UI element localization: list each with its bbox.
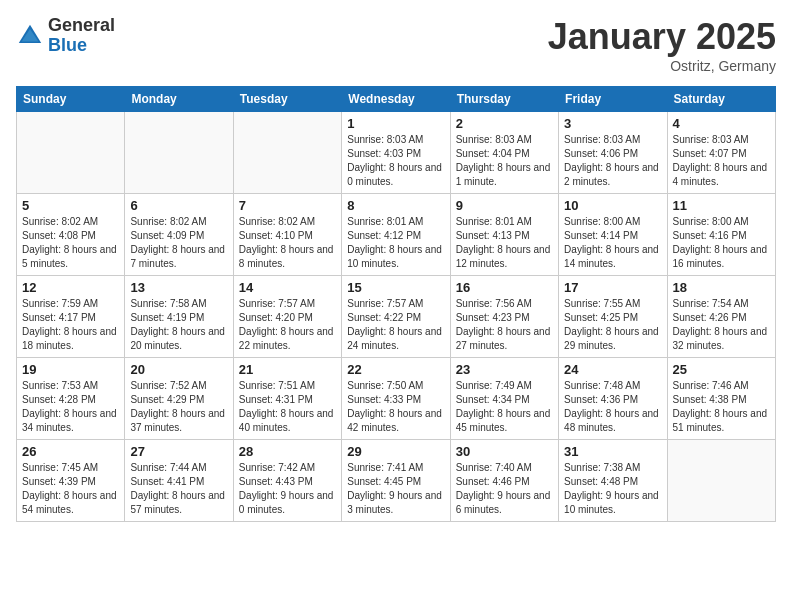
day-number: 8	[347, 198, 444, 213]
calendar-cell: 1Sunrise: 8:03 AM Sunset: 4:03 PM Daylig…	[342, 112, 450, 194]
calendar-cell: 20Sunrise: 7:52 AM Sunset: 4:29 PM Dayli…	[125, 358, 233, 440]
day-number: 10	[564, 198, 661, 213]
calendar-cell: 19Sunrise: 7:53 AM Sunset: 4:28 PM Dayli…	[17, 358, 125, 440]
calendar-cell: 2Sunrise: 8:03 AM Sunset: 4:04 PM Daylig…	[450, 112, 558, 194]
day-number: 7	[239, 198, 336, 213]
logo-general: General	[48, 16, 115, 36]
day-info: Sunrise: 8:02 AM Sunset: 4:10 PM Dayligh…	[239, 215, 336, 271]
weekday-header-saturday: Saturday	[667, 87, 775, 112]
calendar-cell: 27Sunrise: 7:44 AM Sunset: 4:41 PM Dayli…	[125, 440, 233, 522]
title-block: January 2025 Ostritz, Germany	[548, 16, 776, 74]
day-number: 21	[239, 362, 336, 377]
day-info: Sunrise: 8:03 AM Sunset: 4:03 PM Dayligh…	[347, 133, 444, 189]
calendar-cell: 30Sunrise: 7:40 AM Sunset: 4:46 PM Dayli…	[450, 440, 558, 522]
calendar-cell: 29Sunrise: 7:41 AM Sunset: 4:45 PM Dayli…	[342, 440, 450, 522]
calendar-cell: 18Sunrise: 7:54 AM Sunset: 4:26 PM Dayli…	[667, 276, 775, 358]
day-number: 20	[130, 362, 227, 377]
weekday-header-tuesday: Tuesday	[233, 87, 341, 112]
calendar-cell	[125, 112, 233, 194]
day-info: Sunrise: 7:46 AM Sunset: 4:38 PM Dayligh…	[673, 379, 770, 435]
day-number: 24	[564, 362, 661, 377]
day-info: Sunrise: 7:55 AM Sunset: 4:25 PM Dayligh…	[564, 297, 661, 353]
day-info: Sunrise: 7:56 AM Sunset: 4:23 PM Dayligh…	[456, 297, 553, 353]
week-row-4: 19Sunrise: 7:53 AM Sunset: 4:28 PM Dayli…	[17, 358, 776, 440]
calendar-cell: 31Sunrise: 7:38 AM Sunset: 4:48 PM Dayli…	[559, 440, 667, 522]
calendar-cell: 6Sunrise: 8:02 AM Sunset: 4:09 PM Daylig…	[125, 194, 233, 276]
day-number: 12	[22, 280, 119, 295]
weekday-header-wednesday: Wednesday	[342, 87, 450, 112]
day-info: Sunrise: 8:01 AM Sunset: 4:13 PM Dayligh…	[456, 215, 553, 271]
calendar-cell: 12Sunrise: 7:59 AM Sunset: 4:17 PM Dayli…	[17, 276, 125, 358]
day-number: 6	[130, 198, 227, 213]
week-row-5: 26Sunrise: 7:45 AM Sunset: 4:39 PM Dayli…	[17, 440, 776, 522]
day-info: Sunrise: 7:41 AM Sunset: 4:45 PM Dayligh…	[347, 461, 444, 517]
calendar-cell: 14Sunrise: 7:57 AM Sunset: 4:20 PM Dayli…	[233, 276, 341, 358]
day-info: Sunrise: 7:48 AM Sunset: 4:36 PM Dayligh…	[564, 379, 661, 435]
day-number: 15	[347, 280, 444, 295]
day-number: 5	[22, 198, 119, 213]
day-number: 25	[673, 362, 770, 377]
day-info: Sunrise: 7:49 AM Sunset: 4:34 PM Dayligh…	[456, 379, 553, 435]
day-info: Sunrise: 7:45 AM Sunset: 4:39 PM Dayligh…	[22, 461, 119, 517]
day-number: 30	[456, 444, 553, 459]
weekday-header-sunday: Sunday	[17, 87, 125, 112]
weekday-header-friday: Friday	[559, 87, 667, 112]
calendar-cell: 15Sunrise: 7:57 AM Sunset: 4:22 PM Dayli…	[342, 276, 450, 358]
calendar-cell: 24Sunrise: 7:48 AM Sunset: 4:36 PM Dayli…	[559, 358, 667, 440]
day-number: 31	[564, 444, 661, 459]
calendar-cell: 8Sunrise: 8:01 AM Sunset: 4:12 PM Daylig…	[342, 194, 450, 276]
calendar-cell: 5Sunrise: 8:02 AM Sunset: 4:08 PM Daylig…	[17, 194, 125, 276]
weekday-header-thursday: Thursday	[450, 87, 558, 112]
day-number: 22	[347, 362, 444, 377]
day-number: 17	[564, 280, 661, 295]
page-header: General Blue January 2025 Ostritz, Germa…	[16, 16, 776, 74]
day-info: Sunrise: 7:38 AM Sunset: 4:48 PM Dayligh…	[564, 461, 661, 517]
day-number: 11	[673, 198, 770, 213]
calendar-cell: 26Sunrise: 7:45 AM Sunset: 4:39 PM Dayli…	[17, 440, 125, 522]
calendar-cell: 25Sunrise: 7:46 AM Sunset: 4:38 PM Dayli…	[667, 358, 775, 440]
day-number: 2	[456, 116, 553, 131]
weekday-header-monday: Monday	[125, 87, 233, 112]
day-info: Sunrise: 7:42 AM Sunset: 4:43 PM Dayligh…	[239, 461, 336, 517]
day-info: Sunrise: 7:52 AM Sunset: 4:29 PM Dayligh…	[130, 379, 227, 435]
day-number: 19	[22, 362, 119, 377]
week-row-2: 5Sunrise: 8:02 AM Sunset: 4:08 PM Daylig…	[17, 194, 776, 276]
day-info: Sunrise: 8:03 AM Sunset: 4:04 PM Dayligh…	[456, 133, 553, 189]
day-info: Sunrise: 8:03 AM Sunset: 4:06 PM Dayligh…	[564, 133, 661, 189]
day-info: Sunrise: 7:54 AM Sunset: 4:26 PM Dayligh…	[673, 297, 770, 353]
day-number: 4	[673, 116, 770, 131]
day-number: 27	[130, 444, 227, 459]
calendar-cell: 13Sunrise: 7:58 AM Sunset: 4:19 PM Dayli…	[125, 276, 233, 358]
day-info: Sunrise: 8:02 AM Sunset: 4:09 PM Dayligh…	[130, 215, 227, 271]
calendar-cell: 21Sunrise: 7:51 AM Sunset: 4:31 PM Dayli…	[233, 358, 341, 440]
day-number: 1	[347, 116, 444, 131]
day-info: Sunrise: 7:59 AM Sunset: 4:17 PM Dayligh…	[22, 297, 119, 353]
logo-icon	[16, 22, 44, 50]
month-title: January 2025	[548, 16, 776, 58]
day-info: Sunrise: 8:00 AM Sunset: 4:16 PM Dayligh…	[673, 215, 770, 271]
day-number: 16	[456, 280, 553, 295]
logo: General Blue	[16, 16, 115, 56]
day-info: Sunrise: 7:57 AM Sunset: 4:22 PM Dayligh…	[347, 297, 444, 353]
day-number: 14	[239, 280, 336, 295]
calendar-cell: 16Sunrise: 7:56 AM Sunset: 4:23 PM Dayli…	[450, 276, 558, 358]
day-info: Sunrise: 8:00 AM Sunset: 4:14 PM Dayligh…	[564, 215, 661, 271]
day-number: 29	[347, 444, 444, 459]
day-info: Sunrise: 7:57 AM Sunset: 4:20 PM Dayligh…	[239, 297, 336, 353]
week-row-1: 1Sunrise: 8:03 AM Sunset: 4:03 PM Daylig…	[17, 112, 776, 194]
week-row-3: 12Sunrise: 7:59 AM Sunset: 4:17 PM Dayli…	[17, 276, 776, 358]
day-info: Sunrise: 7:40 AM Sunset: 4:46 PM Dayligh…	[456, 461, 553, 517]
day-info: Sunrise: 8:01 AM Sunset: 4:12 PM Dayligh…	[347, 215, 444, 271]
calendar-cell: 10Sunrise: 8:00 AM Sunset: 4:14 PM Dayli…	[559, 194, 667, 276]
calendar-cell	[17, 112, 125, 194]
calendar-cell: 3Sunrise: 8:03 AM Sunset: 4:06 PM Daylig…	[559, 112, 667, 194]
calendar-cell: 11Sunrise: 8:00 AM Sunset: 4:16 PM Dayli…	[667, 194, 775, 276]
calendar-cell	[667, 440, 775, 522]
calendar-table: SundayMondayTuesdayWednesdayThursdayFrid…	[16, 86, 776, 522]
day-info: Sunrise: 7:53 AM Sunset: 4:28 PM Dayligh…	[22, 379, 119, 435]
day-number: 23	[456, 362, 553, 377]
logo-text: General Blue	[48, 16, 115, 56]
weekday-header-row: SundayMondayTuesdayWednesdayThursdayFrid…	[17, 87, 776, 112]
calendar-cell: 4Sunrise: 8:03 AM Sunset: 4:07 PM Daylig…	[667, 112, 775, 194]
day-number: 26	[22, 444, 119, 459]
